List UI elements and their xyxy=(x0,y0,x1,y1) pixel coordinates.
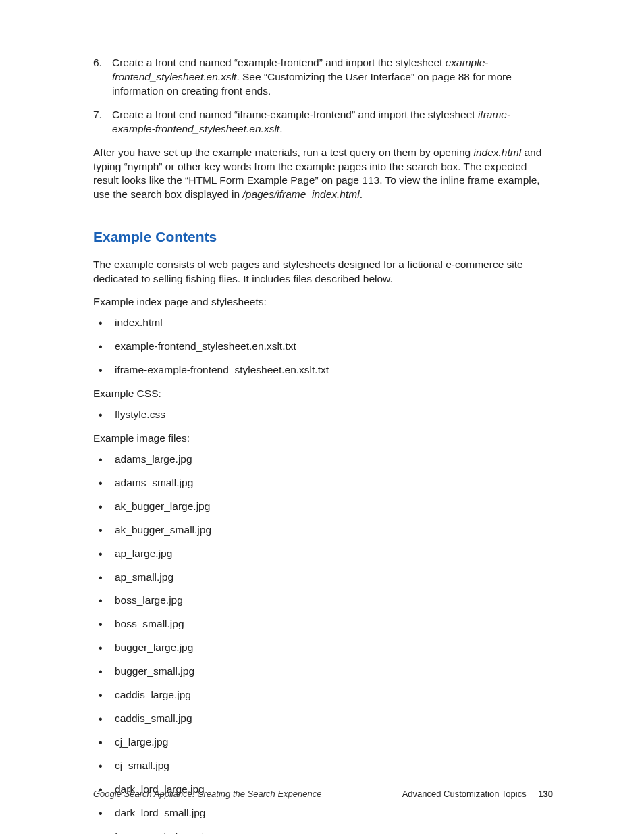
footer-right: Advanced Customization Topics 130 xyxy=(402,788,553,800)
step-number: 6. xyxy=(93,56,112,99)
list-item: boss_large.jpg xyxy=(93,594,553,608)
file-groups: Example index page and stylesheets:index… xyxy=(93,295,553,834)
list-item: fox_poopah_large.jpg xyxy=(93,830,553,834)
group-label: Example index page and stylesheets: xyxy=(93,295,553,309)
file-list: index.htmlexample-frontend_stylesheet.en… xyxy=(93,316,553,377)
step-body: Create a front end named “iframe-example… xyxy=(112,108,553,136)
step-number: 7. xyxy=(93,108,112,136)
list-item: cj_large.jpg xyxy=(93,735,553,750)
file-list: flystyle.css xyxy=(93,408,553,422)
list-item: bugger_large.jpg xyxy=(93,641,553,655)
list-item: ak_bugger_large.jpg xyxy=(93,500,553,514)
list-item: adams_small.jpg xyxy=(93,476,553,490)
section-heading-example-contents: Example Contents xyxy=(93,228,553,246)
footer-section-label: Advanced Customization Topics xyxy=(402,789,527,799)
after-setup-paragraph: After you have set up the example materi… xyxy=(93,146,553,203)
list-item: ak_bugger_small.jpg xyxy=(93,523,553,538)
list-item: dark_lord_small.jpg xyxy=(93,806,553,820)
step-body: Create a front end named “example-fronte… xyxy=(112,56,553,99)
page: 6.Create a front end named “example-fron… xyxy=(0,0,644,834)
group-label: Example image files: xyxy=(93,432,553,446)
text: Create a front end named “example-fronte… xyxy=(112,57,446,68)
text: . xyxy=(360,188,363,200)
text: . xyxy=(279,123,282,134)
list-item: index.html xyxy=(93,316,553,330)
list-item: flystyle.css xyxy=(93,408,553,422)
list-item: caddis_small.jpg xyxy=(93,712,553,726)
text: After you have set up the example materi… xyxy=(93,147,474,158)
group-label: Example CSS: xyxy=(93,387,553,401)
ordered-step: 7.Create a front end named “iframe-examp… xyxy=(93,108,553,136)
list-item: boss_small.jpg xyxy=(93,617,553,631)
page-footer: Google Search Appliance: Creating the Se… xyxy=(93,788,553,800)
section-intro: The example consists of web pages and st… xyxy=(93,258,553,286)
list-item: iframe-example-frontend_stylesheet.en.xs… xyxy=(93,363,553,377)
ordered-steps: 6.Create a front end named “example-fron… xyxy=(93,56,553,136)
italic-text: index.html xyxy=(474,147,522,158)
list-item: example-frontend_stylesheet.en.xslt.txt xyxy=(93,340,553,354)
list-item: ap_large.jpg xyxy=(93,547,553,561)
list-item: bugger_small.jpg xyxy=(93,664,553,679)
list-item: ap_small.jpg xyxy=(93,571,553,585)
list-item: adams_large.jpg xyxy=(93,452,553,467)
footer-doc-title: Google Search Appliance: Creating the Se… xyxy=(93,788,321,800)
list-item: caddis_large.jpg xyxy=(93,688,553,702)
footer-page-number: 130 xyxy=(538,789,553,799)
file-list: adams_large.jpgadams_small.jpgak_bugger_… xyxy=(93,452,553,834)
text: Create a front end named “iframe-example… xyxy=(112,109,478,120)
italic-text: /pages/iframe_index.html xyxy=(242,188,359,200)
list-item: cj_small.jpg xyxy=(93,759,553,773)
ordered-step: 6.Create a front end named “example-fron… xyxy=(93,56,553,99)
